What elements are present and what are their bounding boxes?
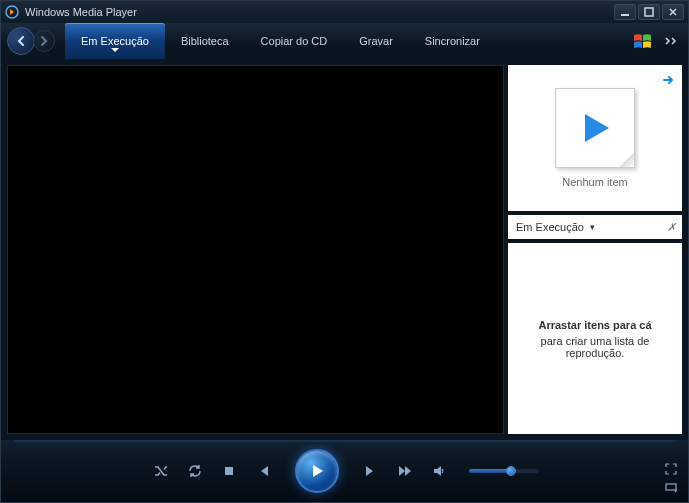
svg-rect-1 [621, 14, 629, 16]
seek-bar[interactable] [13, 440, 676, 444]
svg-rect-4 [666, 484, 676, 490]
drop-title: Arrastar itens para cá [538, 319, 651, 331]
back-button[interactable] [7, 27, 35, 55]
compact-mode-button[interactable] [664, 480, 678, 494]
nav-right [632, 30, 682, 52]
tabs: Em Execução Biblioteca Copiar do CD Grav… [65, 23, 632, 59]
maximize-button[interactable] [638, 4, 660, 20]
control-group [151, 449, 539, 493]
tab-label: Em Execução [81, 35, 149, 47]
stop-button[interactable] [219, 461, 239, 481]
play-icon [575, 108, 615, 148]
titlebar: Windows Media Player [1, 1, 688, 23]
shuffle-button[interactable] [151, 461, 171, 481]
app-window: Windows Media Player Em Execução Bibliot… [0, 0, 689, 503]
playlist-drop-zone[interactable]: Arrastar itens para cá para criar uma li… [508, 243, 682, 434]
windows-logo-icon[interactable] [632, 30, 654, 52]
fast-forward-button[interactable] [395, 461, 415, 481]
tab-sync[interactable]: Sincronizar [409, 23, 496, 59]
tab-label: Gravar [359, 35, 393, 47]
app-icon [5, 5, 19, 19]
clear-playlist-icon[interactable]: ✗ [667, 221, 676, 234]
overflow-icon[interactable] [660, 32, 682, 50]
playlist-dropdown[interactable]: Em Execução ▾ ✗ [508, 215, 682, 239]
next-button[interactable] [361, 461, 381, 481]
expand-arrow-icon[interactable] [662, 71, 676, 89]
drop-subtitle: para criar uma lista de reprodução. [520, 335, 670, 359]
nav-arrows [7, 27, 55, 55]
tab-now-playing[interactable]: Em Execução [65, 23, 165, 59]
view-buttons [664, 462, 678, 494]
volume-thumb[interactable] [506, 466, 516, 476]
minimize-button[interactable] [614, 4, 636, 20]
chevron-down-icon: ▾ [590, 222, 595, 232]
repeat-button[interactable] [185, 461, 205, 481]
close-button[interactable] [662, 4, 684, 20]
mute-button[interactable] [429, 461, 449, 481]
album-art-placeholder [555, 88, 635, 168]
svg-rect-3 [225, 467, 233, 475]
no-item-label: Nenhum item [562, 176, 627, 188]
tab-library[interactable]: Biblioteca [165, 23, 245, 59]
side-panel: Nenhum item Em Execução ▾ ✗ Arrastar ite… [508, 65, 682, 434]
volume-fill [469, 469, 511, 473]
forward-button[interactable] [33, 30, 55, 52]
playlist-dropdown-label: Em Execução [516, 221, 584, 233]
tab-label: Copiar do CD [261, 35, 328, 47]
svg-rect-2 [645, 8, 653, 16]
tab-rip[interactable]: Copiar do CD [245, 23, 344, 59]
video-viewport [7, 65, 504, 434]
playback-controls [1, 440, 688, 502]
volume-slider[interactable] [469, 469, 539, 473]
now-playing-card: Nenhum item [508, 65, 682, 211]
window-title: Windows Media Player [25, 6, 612, 18]
tab-burn[interactable]: Gravar [343, 23, 409, 59]
tab-label: Sincronizar [425, 35, 480, 47]
content-area: Nenhum item Em Execução ▾ ✗ Arrastar ite… [1, 59, 688, 440]
play-button[interactable] [295, 449, 339, 493]
fullscreen-button[interactable] [664, 462, 678, 476]
previous-button[interactable] [253, 461, 273, 481]
tab-label: Biblioteca [181, 35, 229, 47]
navbar: Em Execução Biblioteca Copiar do CD Grav… [1, 23, 688, 59]
